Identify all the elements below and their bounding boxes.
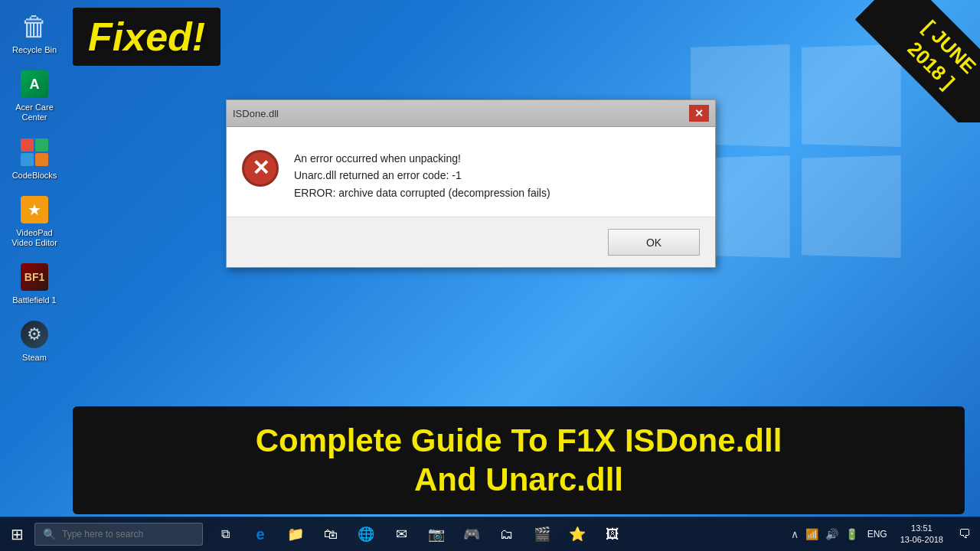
taskbar-icon-7[interactable]: 🎮: [456, 517, 488, 552]
tray-date-value: 13-06-2018: [900, 534, 943, 546]
search-icon: 🔍: [43, 528, 56, 540]
taskbar: ⊞ 🔍 ⧉ e 📁 🛍 🌐: [0, 517, 980, 551]
tray-volume-icon[interactable]: 🔊: [823, 526, 841, 543]
fixed-text: Fixed!: [88, 15, 205, 59]
ok-button[interactable]: OK: [608, 229, 700, 256]
desktop-icon-battlefield[interactable]: BF1 Battlefield 1: [4, 258, 65, 309]
tray-notification-icon[interactable]: 🗨: [953, 517, 976, 552]
dialog-footer: OK: [227, 217, 715, 267]
desktop-icon-recycle-bin[interactable]: 🗑 Recycle Bin: [4, 8, 65, 59]
dialog-titlebar: ISDone.dll ✕: [227, 100, 715, 127]
desktop-icon-steam[interactable]: ⚙ Steam: [4, 315, 65, 367]
error-x-symbol: ✕: [252, 158, 270, 179]
error-line-1: An error occurred when unpacking!: [294, 150, 700, 167]
dialog-close-button[interactable]: ✕: [689, 105, 709, 122]
taskbar-explorer-icon[interactable]: 📁: [279, 517, 312, 552]
taskbar-icon-6[interactable]: 📷: [420, 517, 452, 552]
start-icon: ⊞: [11, 525, 24, 543]
desktop-icon-codeblocks[interactable]: CodeBlocks: [4, 133, 65, 184]
bottom-title-line1: Complete Guide To F1X ISDone.dll: [96, 422, 942, 460]
taskbar-icon-9[interactable]: 🎬: [526, 517, 558, 552]
acer-care-icon: A: [19, 69, 50, 99]
error-message-area: An error occurred when unpacking! Unarc.…: [294, 150, 700, 201]
steam-icon: ⚙: [19, 319, 50, 350]
taskbar-store-icon[interactable]: 🛍: [315, 517, 347, 552]
recycle-bin-label: Recycle Bin: [12, 45, 57, 55]
desktop-icon-videopad[interactable]: ★ VideoPadVideo Editor: [4, 191, 65, 252]
battlefield-icon: BF1: [19, 262, 50, 292]
system-tray: ∧ 📶 🔊 🔋 ENG 13:51 13-06-2018 🗨: [789, 517, 980, 552]
desktop-icons-area: 🗑 Recycle Bin A Acer CareCenter CodeBloc…: [0, 0, 69, 375]
taskbar-icon-10[interactable]: ⭐: [561, 517, 593, 552]
recycle-bin-icon: 🗑: [19, 11, 50, 42]
battlefield-label: Battlefield 1: [12, 295, 56, 305]
taskbar-icon-8[interactable]: 🗂: [491, 517, 523, 552]
taskbar-pinned-icons: ⧉ e 📁 🛍 🌐 ✉ 📷: [209, 517, 629, 552]
steam-label: Steam: [22, 353, 47, 363]
taskbar-chrome-icon[interactable]: 🌐: [350, 517, 382, 552]
error-dialog-overlay: ISDone.dll ✕ ✕ An error occurred when un…: [226, 99, 716, 268]
error-icon: ✕: [242, 150, 279, 187]
taskbar-search-box[interactable]: 🔍: [34, 523, 203, 546]
start-button[interactable]: ⊞: [0, 517, 34, 552]
tray-network-icon[interactable]: 📶: [803, 526, 821, 543]
codeblocks-icon: [19, 137, 50, 168]
bottom-banner: Complete Guide To F1X ISDone.dll And Una…: [73, 406, 965, 514]
tray-battery-icon[interactable]: 🔋: [843, 526, 861, 543]
june-banner-text: [ JUNE 2018 ]: [855, 0, 980, 122]
dialog-title: ISDone.dll: [233, 108, 279, 119]
search-input[interactable]: [62, 529, 185, 540]
error-line-3: ERROR: archive data corrupted (decompres…: [294, 184, 700, 201]
videopad-icon: ★: [19, 194, 50, 225]
bottom-title-line2: And Unarc.dll: [96, 461, 942, 499]
error-line-2: Unarc.dll returned an error code: -1: [294, 167, 700, 184]
videopad-label: VideoPadVideo Editor: [11, 228, 57, 248]
june-banner: [ JUNE 2018 ]: [827, 0, 980, 122]
taskbar-mail-icon[interactable]: ✉: [385, 517, 417, 552]
taskbar-task-view-icon[interactable]: ⧉: [209, 517, 241, 552]
desktop: 🗑 Recycle Bin A Acer CareCenter CodeBloc…: [0, 0, 980, 551]
error-dialog: ISDone.dll ✕ ✕ An error occurred when un…: [226, 99, 716, 268]
tray-expand-icon[interactable]: ∧: [789, 526, 801, 543]
tray-clock[interactable]: 13:51 13-06-2018: [894, 523, 949, 546]
tray-time-value: 13:51: [900, 523, 943, 534]
error-circle: ✕: [242, 150, 279, 187]
dialog-body: ✕ An error occurred when unpacking! Unar…: [227, 127, 715, 217]
tray-language[interactable]: ENG: [864, 529, 890, 540]
fixed-banner: Fixed!: [73, 8, 220, 66]
taskbar-icon-11[interactable]: 🖼: [596, 517, 629, 552]
tray-icons-area: ∧ 📶 🔊 🔋: [789, 526, 861, 543]
acer-care-label: Acer CareCenter: [15, 103, 54, 122]
codeblocks-label: CodeBlocks: [12, 171, 57, 181]
desktop-icon-acer-care[interactable]: A Acer CareCenter: [4, 65, 65, 126]
taskbar-edge-icon[interactable]: e: [244, 517, 276, 552]
